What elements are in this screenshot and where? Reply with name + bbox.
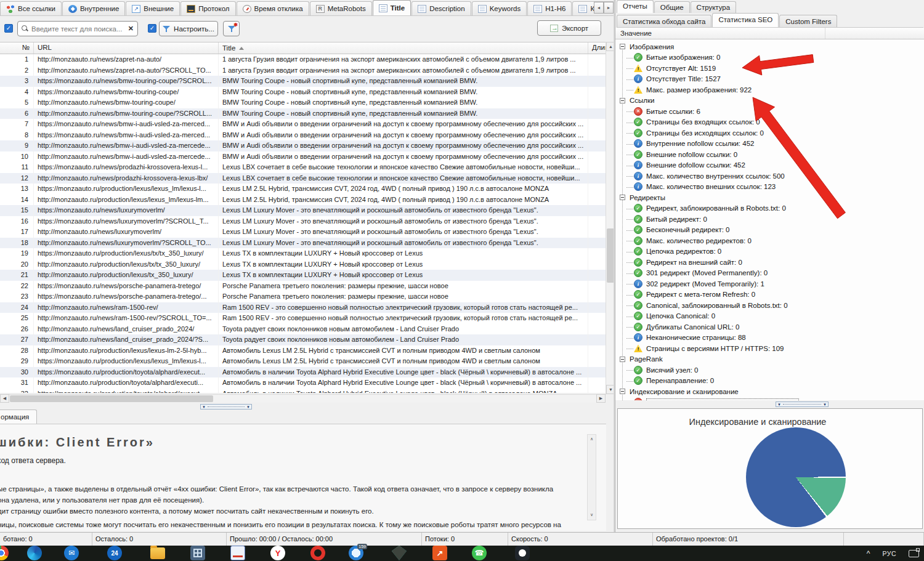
table-row[interactable]: 2http://monzaauto.ru/news/zapret-na-auto… <box>0 65 606 76</box>
column-header-url[interactable]: URL <box>34 42 219 54</box>
tree-item[interactable]: ✕Битые ссылки: 6 <box>619 106 924 117</box>
tree-item[interactable]: ✓Бесконечный редирект: 0 <box>619 225 924 236</box>
scroll-up-icon[interactable]: ∧ <box>588 435 596 444</box>
search-input[interactable] <box>31 25 128 33</box>
tab-Отчеты[interactable]: Отчеты <box>617 0 654 13</box>
reset-filter-button[interactable]: ✱ <box>223 21 240 36</box>
table-row[interactable]: 15https://monzaauto.ru/news/luxurymoverl… <box>0 205 606 216</box>
table-row[interactable]: 16https://monzaauto.ru/news/luxurymoverl… <box>0 216 606 227</box>
table-row[interactable]: 7https://monzaauto.ru/news/bmw-i-audi-vs… <box>0 119 606 130</box>
bottom-splitter-handle[interactable]: ▼ ▼ <box>200 404 252 410</box>
taskbar-icon-clock[interactable]: 159 <box>349 546 363 560</box>
taskbar-icon-whatsapp[interactable] <box>472 546 487 560</box>
tree-section-row[interactable]: Изображения <box>619 41 924 52</box>
tab-information[interactable]: ормация <box>0 410 37 424</box>
tree-item[interactable]: ✓Макс. количество редиректов: 0 <box>619 235 924 246</box>
table-row[interactable]: 5http://monzaauto.ru/news/bmw-touring-co… <box>0 97 606 108</box>
collapse-icon[interactable] <box>620 195 625 200</box>
tree-item[interactable]: ✓Редирект с мета-тегом Refresh: 0 <box>619 289 924 301</box>
table-row[interactable]: 25http://monzaauto.ru/news/ram-1500-rev/… <box>0 313 606 324</box>
tree-item[interactable]: iНеканонические страницы: 88 <box>619 333 924 344</box>
table-row[interactable]: 23https://monzaauto.ru/news/porsche-pana… <box>0 291 606 302</box>
scroll-right-icon[interactable]: ▶ <box>596 394 606 403</box>
table-row[interactable]: 6http://monzaauto.ru/news/bmw-touring-co… <box>0 108 606 119</box>
taskbar-icon-floppy[interactable] <box>230 546 245 560</box>
tab-Description[interactable]: Description <box>411 1 471 15</box>
tree-item[interactable]: ✓Редирект, заблокированный в Robots.txt:… <box>619 203 924 214</box>
collapse-icon[interactable] <box>620 98 625 103</box>
tab-Статистика обхода сайта[interactable]: Статистика обхода сайта <box>617 15 711 27</box>
tab-Keywords[interactable]: Keywords <box>472 1 527 15</box>
taskbar-icon-mail[interactable] <box>64 546 79 560</box>
tab-MetaRobots[interactable]: MetaRobots <box>310 1 372 15</box>
tree-item[interactable]: ✓Цепочка редиректов: 0 <box>619 246 924 257</box>
tree-item[interactable]: ✓Страницы без входящих ссылок: 0 <box>619 117 924 128</box>
table-row[interactable]: 28http://monzaauto.ru/production/lexus/l… <box>0 345 606 357</box>
configure-filter-button[interactable]: Настроить... <box>159 21 218 36</box>
tree-item[interactable]: ✓Висячий узел: 0 <box>619 365 924 376</box>
table-row[interactable]: 9http://monzaauto.ru/news/bmw-i-audi-vsl… <box>0 140 606 151</box>
info-panel-scrollbar[interactable]: ∧ ∨ <box>587 434 596 520</box>
table-row[interactable]: 31http://monzaauto.ru/production/toyota/… <box>0 377 606 389</box>
tree-item[interactable]: ✓Редирект на внешний сайт: 0 <box>619 257 924 268</box>
table-row[interactable]: 1http://monzaauto.ru/news/zapret-na-auto… <box>0 54 606 65</box>
tab-Время отклика[interactable]: Время отклика <box>237 1 309 15</box>
column-header-title[interactable]: Title <box>219 42 588 54</box>
tree-item[interactable]: iМакс. количество внешних ссылок: 123 <box>619 182 924 193</box>
tree-item[interactable]: iМакс. количество внутренних ссылок: 500 <box>619 171 924 182</box>
tree-item[interactable]: !Макс. размер изображения: 922 <box>619 84 924 95</box>
tree-item[interactable]: ✓Страницы без исходящих ссылок: 0 <box>619 127 924 139</box>
tab-scroll-right-icon[interactable]: ▸ <box>604 2 614 14</box>
tree-item[interactable]: ✓Canonical, заблокированный в Robots.txt… <box>619 300 924 311</box>
tab-Статистика SEO[interactable]: Статистика SEO <box>712 13 779 27</box>
table-row[interactable]: 18http://monzaauto.ru/news/luxurymoverlm… <box>0 238 606 249</box>
tab-Внешние[interactable]: Внешние <box>126 1 180 15</box>
clear-search-icon[interactable]: ✕ <box>128 25 134 33</box>
export-button[interactable]: Экспорт <box>537 20 601 36</box>
table-row[interactable]: 14http://monzaauto.ru/production/lexus/l… <box>0 195 606 206</box>
tree-section-row[interactable]: Редиректы <box>619 192 924 203</box>
taskbar-icon-browser[interactable] <box>0 546 9 560</box>
column-header-length[interactable]: Длин <box>588 42 606 54</box>
tree-item[interactable]: iОтсутствует Title: 1527 <box>619 74 924 85</box>
tab-scroll-left-icon[interactable]: ◂ <box>594 2 604 14</box>
column-header-number[interactable]: № <box>0 42 34 54</box>
table-row[interactable]: 3https://monzaauto.ru/news/bmw-touring-c… <box>0 76 606 87</box>
table-row[interactable]: 24http://monzaauto.ru/news/ram-1500-rev/… <box>0 302 606 313</box>
tab-Все ссылки[interactable]: Все ссылки <box>0 1 62 15</box>
tab-Title[interactable]: Title <box>373 0 411 15</box>
collapse-icon[interactable] <box>620 389 625 394</box>
tree-item[interactable]: ✕ <box>619 397 924 401</box>
table-row[interactable]: 26http://monzaauto.ru/news/land_cruiser_… <box>0 324 606 335</box>
tree-item[interactable]: ✓Битые изображения: 0 <box>619 52 924 63</box>
table-row[interactable]: 29https://monzaauto.ru/production/lexus/… <box>0 356 606 367</box>
taskbar-icon-analytics[interactable] <box>432 546 447 560</box>
taskbar-icon-yandex[interactable]: Y <box>270 546 285 560</box>
hidden-icons-chevron[interactable]: ^ <box>867 549 870 558</box>
tree-item[interactable]: iВнутренние nofollow ссылки: 452 <box>619 139 924 150</box>
filter-enable-checkbox[interactable]: ✓ <box>148 24 156 33</box>
tree-item[interactable]: i302 редирект (Moved Temporarily): 1 <box>619 278 924 289</box>
tree-section-row[interactable]: Ссылки <box>619 95 924 107</box>
taskbar-icon-online24[interactable]: 24 <box>107 546 122 560</box>
table-row[interactable]: 12http://monzaauto.ru/news/prodazhi-kros… <box>0 173 606 184</box>
table-row[interactable]: 32https://monzaauto.ru/production/toyota… <box>0 389 606 394</box>
touch-keyboard-icon[interactable] <box>909 550 919 557</box>
tree-item[interactable]: !Отсутствует Alt: 1519 <box>619 63 924 74</box>
table-row[interactable]: 4https://monzaauto.ru/news/bmw-touring-c… <box>0 87 606 98</box>
table-row[interactable]: 22https://monzaauto.ru/news/porsche-pana… <box>0 281 606 292</box>
taskbar-icon-calculator[interactable] <box>190 546 205 560</box>
column-divider[interactable] <box>825 28 825 39</box>
scroll-down-icon[interactable]: ∨ <box>588 511 596 520</box>
taskbar-icon-opera[interactable] <box>310 546 325 560</box>
language-indicator[interactable]: РУС <box>882 550 896 557</box>
table-row[interactable]: 19https://monzaauto.ru/production/lexus/… <box>0 248 606 259</box>
tree-item[interactable]: ✓Цепочка Canonical: 0 <box>619 311 924 322</box>
table-horizontal-scrollbar[interactable]: ◀ ▶ <box>0 394 606 403</box>
tab-Протокол[interactable]: Протокол <box>180 1 235 15</box>
collapse-icon[interactable] <box>620 44 625 49</box>
tree-item[interactable]: ✓Дубликаты Canonical URL: 0 <box>619 321 924 333</box>
tree-item[interactable]: ✓Битый редирект: 0 <box>619 214 924 225</box>
value-column-header[interactable]: Значение <box>615 28 924 39</box>
tab-Структура[interactable]: Структура <box>691 1 737 13</box>
